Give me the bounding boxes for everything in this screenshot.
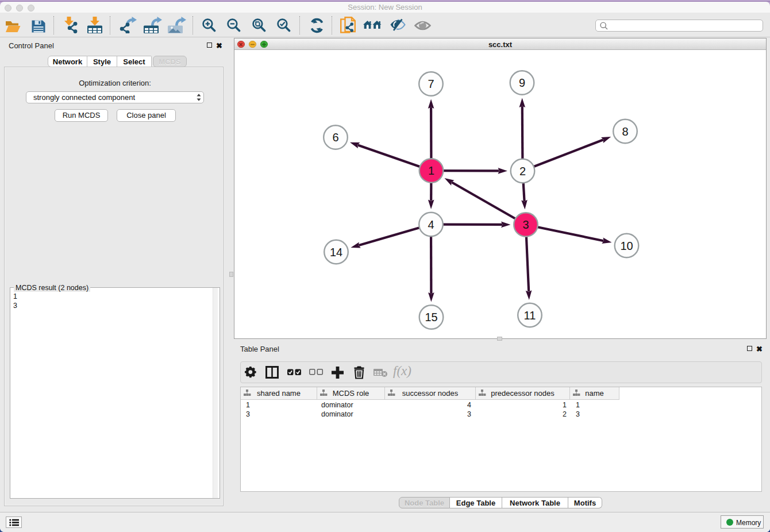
svg-text:3: 3 <box>522 218 529 231</box>
svg-text:1: 1 <box>428 164 434 177</box>
svg-text:6: 6 <box>332 131 338 144</box>
svg-text:4: 4 <box>428 218 434 231</box>
svg-text:7: 7 <box>428 78 434 90</box>
svg-text:10: 10 <box>620 240 633 252</box>
svg-text:2: 2 <box>519 165 526 178</box>
svg-text:11: 11 <box>524 309 536 322</box>
svg-text:9: 9 <box>519 76 525 89</box>
svg-text:15: 15 <box>425 311 437 323</box>
svg-text:8: 8 <box>622 125 628 138</box>
svg-text:14: 14 <box>330 246 342 259</box>
